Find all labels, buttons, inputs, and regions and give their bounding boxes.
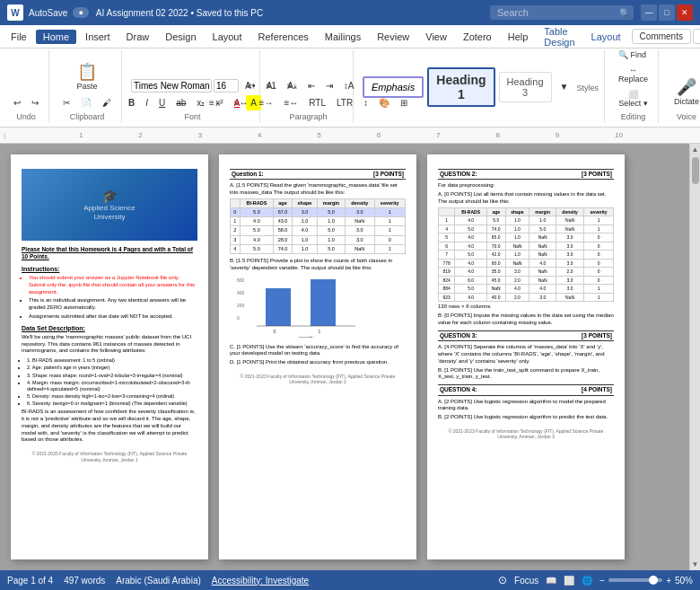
dictate-button[interactable]: 🎤 Dictate bbox=[668, 73, 700, 110]
app-icon: W bbox=[7, 4, 23, 21]
paste-button[interactable]: 📋 Paste bbox=[70, 57, 103, 95]
menu-review[interactable]: Review bbox=[370, 30, 416, 44]
align-center-button[interactable]: ≡↔ bbox=[230, 95, 253, 110]
ribbon-editing-group: 🔍 Find ↔ Replace ⬜ Select ▾ Editing bbox=[608, 50, 659, 123]
italic-button[interactable]: I bbox=[141, 95, 153, 110]
page1-instructions-list: You should submit your answer as a Jupyt… bbox=[29, 275, 197, 321]
style-emphasis-button[interactable]: Emphasis bbox=[363, 76, 424, 98]
decrease-indent-button[interactable]: ⇤ bbox=[303, 78, 319, 93]
increase-indent-button[interactable]: ⇥ bbox=[321, 78, 337, 93]
ltr-button[interactable]: LTR bbox=[332, 95, 357, 110]
q1-header: Question 1: [3 POINTS] bbox=[230, 169, 406, 180]
col-birads: BI-RADS bbox=[240, 199, 273, 208]
maximize-button[interactable]: □ bbox=[659, 4, 675, 21]
sort-button[interactable]: ↕A bbox=[339, 78, 359, 93]
find-button[interactable]: 🔍 Find bbox=[614, 48, 651, 62]
cut-button[interactable]: ✂ bbox=[58, 95, 74, 110]
bold-button[interactable]: B bbox=[124, 95, 139, 110]
scroll-down-arrow[interactable]: ▼ bbox=[692, 560, 699, 568]
page-info: Page 1 of 4 bbox=[7, 576, 53, 586]
format-painter-button[interactable]: 🖌 bbox=[98, 95, 116, 110]
underline-button[interactable]: U bbox=[154, 95, 170, 110]
table-row: 14.043.01.01.0NaN1 bbox=[231, 217, 406, 226]
q2-header: QUESTION 2: [3 POINTS] bbox=[438, 169, 614, 180]
ruler: | 12345 678910 bbox=[0, 128, 700, 144]
q4-points: [4 POINTS] bbox=[582, 386, 612, 393]
menu-layout[interactable]: Layout bbox=[206, 30, 249, 44]
page1-instructions-title: Instructions: bbox=[22, 265, 197, 273]
menu-help[interactable]: Help bbox=[501, 30, 536, 44]
style-heading3-button[interactable]: Heading 3 bbox=[499, 72, 552, 102]
q2-table-header-row: BI-RADS age shape margin density severit… bbox=[439, 207, 614, 216]
copy-button[interactable]: 📄 bbox=[76, 95, 96, 110]
zoom-out-button[interactable]: − bbox=[599, 576, 605, 586]
zoom-in-button[interactable]: + bbox=[666, 576, 671, 586]
instruction-2: This is an individual assignment. Any tw… bbox=[29, 297, 197, 312]
minimize-button[interactable]: — bbox=[641, 4, 657, 21]
table-row: 45.074.01.05.0NaN1 bbox=[231, 244, 406, 253]
menu-references[interactable]: References bbox=[251, 30, 316, 44]
redo-button[interactable]: ↪ bbox=[27, 95, 43, 110]
ribbon-paragraph-group: ≡• ≡1 ≡↓ ⇤ ⇥ ↕A ¶ ≡← ≡↔ ≡→ ≡↔ RTL LTR ↕ … bbox=[264, 50, 354, 123]
scroll-up-arrow[interactable]: ▲ bbox=[692, 145, 699, 154]
styles-expand-button[interactable]: ▼ bbox=[556, 79, 573, 94]
status-right: ⊙ Focus 📖 ⬜ 🌐 − + 50% bbox=[498, 574, 693, 586]
accessibility-label[interactable]: Accessibility: Investigate bbox=[212, 576, 309, 586]
scroll-thumb[interactable] bbox=[692, 157, 699, 184]
table-row: 9234.040.02.03.0NaN1 bbox=[439, 293, 614, 302]
replace-button[interactable]: ↔ Replace bbox=[614, 63, 652, 86]
comments-button[interactable]: Comments bbox=[632, 29, 691, 44]
search-input[interactable] bbox=[490, 5, 634, 20]
menu-home[interactable]: Home bbox=[36, 30, 76, 44]
rtl-button[interactable]: RTL bbox=[304, 95, 330, 110]
menu-table-design[interactable]: Table Design bbox=[537, 24, 582, 49]
view-icon-read[interactable]: 📖 bbox=[546, 576, 556, 586]
style-heading1-button[interactable]: Heading 1 bbox=[427, 67, 494, 107]
strikethrough-button[interactable]: ab bbox=[171, 95, 190, 110]
menu-design[interactable]: Design bbox=[158, 30, 203, 44]
close-button[interactable]: ✕ bbox=[677, 4, 693, 21]
focus-button[interactable]: ⊙ bbox=[498, 574, 507, 586]
table-row: 8246.045.02.0NaN3.00 bbox=[439, 276, 614, 285]
undo-button[interactable]: ↩ bbox=[9, 95, 25, 110]
table-row: 14.05.01.01.0NaN1 bbox=[439, 216, 614, 225]
table-header-row: BI-RADS age shape margin density severit… bbox=[231, 199, 406, 208]
ribbon-voice-group: 🎤 Dictate Voice bbox=[662, 50, 700, 123]
q1-title: Question 1: bbox=[232, 171, 264, 178]
ribbon-undo-group: ↩ ↪ Undo bbox=[4, 50, 49, 123]
view-icon-layout[interactable]: ⬜ bbox=[564, 576, 574, 586]
menu-draw[interactable]: Draw bbox=[119, 30, 157, 44]
select-button[interactable]: ⬜ Select ▾ bbox=[614, 87, 652, 110]
q1d-text: D. [1 POINTS] Print the obtained accurac… bbox=[230, 359, 406, 366]
styles-label: Styles bbox=[576, 84, 599, 92]
table-row: 7784.060.0NaN4.03.00 bbox=[439, 259, 614, 268]
table-row: 54.065.01.0NaN3.00 bbox=[439, 233, 614, 242]
align-left-button[interactable]: ≡← bbox=[205, 95, 228, 110]
justify-button[interactable]: ≡↔ bbox=[279, 95, 302, 110]
menu-zotero[interactable]: Zotero bbox=[456, 30, 499, 44]
font-name-input[interactable] bbox=[131, 79, 212, 92]
menu-file[interactable]: File bbox=[4, 30, 34, 44]
zoom-thumb[interactable] bbox=[649, 576, 658, 585]
vertical-scrollbar[interactable]: ▲ ▼ bbox=[689, 144, 700, 570]
menu-insert[interactable]: Insert bbox=[78, 30, 118, 44]
instruction-3: Assignments submitted after due date wil… bbox=[29, 313, 197, 321]
editing-button[interactable]: Editing bbox=[693, 29, 700, 44]
zoom-slider[interactable] bbox=[608, 578, 662, 582]
page-container[interactable]: 🎓 Applied Science University Please Note… bbox=[0, 144, 689, 570]
q3-points: [3 POINTS] bbox=[582, 332, 612, 339]
multilevel-button[interactable]: ≡↓ bbox=[283, 78, 302, 93]
attr-5: 5. Density: mass density high=1-iso=2-lo… bbox=[27, 393, 197, 400]
editing-label: Editing bbox=[621, 112, 646, 121]
numbering-button[interactable]: ≡1 bbox=[262, 78, 281, 93]
autosave-toggle[interactable]: ● bbox=[73, 7, 88, 18]
menu-view[interactable]: View bbox=[418, 30, 454, 44]
bullets-button[interactable]: ≡• bbox=[242, 78, 259, 93]
align-right-button[interactable]: ≡→ bbox=[255, 95, 278, 110]
q2-row-col: 130 rows × 6 columns bbox=[438, 304, 614, 311]
view-icon-web[interactable]: 🌐 bbox=[582, 576, 592, 586]
menu-mailings[interactable]: Mailings bbox=[318, 30, 368, 44]
svg-text:400: 400 bbox=[237, 290, 245, 295]
menu-layout-tab[interactable]: Layout bbox=[584, 30, 628, 44]
font-size-input[interactable] bbox=[214, 79, 239, 92]
